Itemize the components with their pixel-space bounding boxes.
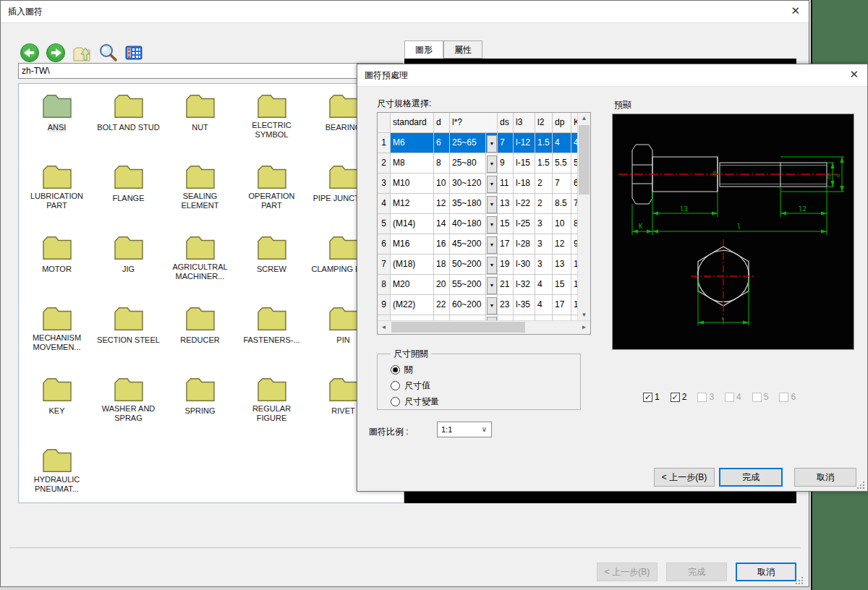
cell-ds[interactable]: 13: [498, 194, 514, 214]
cell-ds[interactable]: 19: [498, 255, 514, 275]
cell-dp[interactable]: 7: [553, 174, 571, 194]
dropdown-button[interactable]: ▼: [487, 236, 497, 254]
tab-attributes[interactable]: 屬性: [443, 40, 482, 59]
cell-l3[interactable]: l-15: [514, 153, 535, 174]
main-titlebar[interactable]: 插入圖符 ✕: [1, 1, 809, 22]
symbol-scale-select[interactable]: 1:1 ∨: [437, 422, 492, 437]
close-icon[interactable]: ✕: [791, 4, 800, 17]
dropdown-button[interactable]: ▼: [487, 135, 497, 153]
dimension-checkbox[interactable]: 3: [697, 392, 714, 402]
cell-d[interactable]: 22: [434, 295, 450, 315]
cell-l3[interactable]: l-28: [514, 234, 535, 255]
table-row[interactable]: 5 (M14) 14 40~180 ▼ 15 l-25 3 10 8: [378, 214, 590, 234]
dropdown-button[interactable]: ▼: [487, 277, 497, 294]
cell-l2[interactable]: 4: [535, 275, 553, 295]
col-header-l2[interactable]: l2: [535, 113, 553, 133]
vscroll-thumb[interactable]: [579, 125, 590, 194]
finish-button[interactable]: 完成: [666, 563, 727, 581]
col-header-dp[interactable]: dp: [553, 113, 571, 133]
cell-d[interactable]: 8: [434, 153, 450, 174]
scroll-left-icon[interactable]: ◄: [378, 321, 390, 333]
col-header-l[interactable]: l*?: [450, 113, 498, 133]
table-row[interactable]: 1 M6 6 25~65 ▼ 7 l-12 1.5 4 4: [378, 133, 590, 153]
views-icon[interactable]: [124, 43, 144, 63]
dropdown-button[interactable]: ▼: [487, 196, 497, 213]
cell-ds[interactable]: 15: [498, 214, 514, 234]
table-vscrollbar[interactable]: ▲ ▼: [577, 113, 590, 321]
cell-l[interactable]: 30~120: [450, 174, 486, 194]
folder-item[interactable]: OPERATION PART: [238, 163, 305, 231]
folder-item[interactable]: SEALING ELEMENT: [166, 163, 234, 231]
tab-graphics[interactable]: 圖形: [404, 40, 443, 59]
cell-standard[interactable]: M10: [391, 174, 434, 194]
folder-item[interactable]: SCREW: [238, 234, 305, 302]
cell-d[interactable]: 12: [434, 194, 450, 214]
table-row[interactable]: 2 M8 8 25~80 ▼ 9 l-15 1.5 5.5 5: [378, 153, 590, 174]
dropdown-button[interactable]: ▼: [487, 216, 497, 234]
cell-l2[interactable]: 3: [535, 255, 553, 275]
cell-l3[interactable]: l-12: [514, 133, 535, 153]
folder-item[interactable]: SECTION STEEL: [95, 305, 162, 373]
cell-dp[interactable]: 13: [553, 255, 571, 275]
cell-l2[interactable]: 1.5: [535, 133, 553, 153]
table-row[interactable]: 8 M20 20 55~200 ▼ 21 l-32 4 15 11: [378, 275, 590, 295]
cell-l[interactable]: 50~200: [450, 255, 486, 275]
table-hscrollbar[interactable]: ◄ ►: [378, 320, 590, 334]
dropdown-button[interactable]: ▼: [487, 176, 497, 193]
scroll-right-icon[interactable]: ►: [578, 321, 590, 333]
dropdown-button[interactable]: ▼: [487, 257, 497, 274]
dimension-checkbox[interactable]: ✓ 2: [671, 392, 687, 402]
close-icon[interactable]: ✕: [849, 68, 859, 81]
cell-l[interactable]: 45~200: [450, 234, 486, 255]
cell-l3[interactable]: l-32: [514, 275, 535, 295]
dimension-checkbox[interactable]: 4: [725, 392, 741, 402]
dropdown-button[interactable]: ▼: [487, 297, 497, 315]
cell-dp[interactable]: 4: [553, 133, 571, 153]
cell-d[interactable]: 6: [434, 133, 450, 153]
radio-dim-off[interactable]: 關: [391, 362, 580, 377]
cell-ds[interactable]: 21: [498, 275, 514, 295]
cell-l2[interactable]: 2: [535, 174, 553, 194]
cell-standard[interactable]: (M22): [391, 295, 434, 315]
back-button[interactable]: < 上一步(B): [597, 563, 658, 581]
scroll-up-icon[interactable]: ▲: [578, 113, 590, 124]
cell-l3[interactable]: l-25: [514, 214, 535, 234]
cell-l[interactable]: 55~200: [450, 275, 486, 295]
dimension-checkbox[interactable]: 6: [779, 392, 796, 402]
cell-d[interactable]: 14: [434, 214, 450, 234]
back-button[interactable]: < 上一步(B): [654, 468, 715, 487]
cell-dp[interactable]: 17: [553, 295, 571, 315]
cell-dp[interactable]: 15: [553, 275, 571, 295]
cell-ds[interactable]: 9: [498, 153, 514, 174]
resize-grip[interactable]: [796, 577, 803, 584]
path-input[interactable]: [18, 63, 403, 79]
col-header-standard[interactable]: standard: [391, 113, 434, 133]
cell-dp[interactable]: 5.5: [553, 153, 571, 174]
cell-standard[interactable]: M20: [391, 275, 434, 295]
folder-item[interactable]: AGRICULTRAL MACHINER...: [166, 234, 234, 302]
dimension-checkbox[interactable]: ✓ 1: [643, 392, 660, 402]
col-header-l3[interactable]: l3: [514, 113, 535, 133]
cell-d[interactable]: 16: [434, 234, 450, 255]
dimension-checkbox[interactable]: 5: [752, 392, 769, 402]
folder-item[interactable]: REDUCER: [166, 305, 234, 373]
cell-l2[interactable]: 2: [535, 194, 553, 214]
folder-item[interactable]: BOLT AND STUD: [95, 93, 162, 161]
folder-item[interactable]: ELECTRIC SYMBOL: [238, 93, 305, 161]
radio-dim-value[interactable]: 尺寸值: [391, 377, 580, 393]
cell-l[interactable]: 60~200: [450, 295, 486, 315]
cell-l[interactable]: 35~180: [450, 194, 486, 214]
cell-standard[interactable]: M8: [391, 153, 434, 174]
folder-item[interactable]: MECHANISM MOVEMEN...: [23, 305, 90, 373]
cell-d[interactable]: 10: [434, 174, 450, 194]
table-row[interactable]: 9 (M22) 22 60~200 ▼ 23 l-35 4 17 12: [378, 295, 590, 315]
cell-l[interactable]: 25~65: [450, 133, 486, 153]
back-icon[interactable]: [20, 43, 40, 63]
folder-item[interactable]: JIG: [95, 234, 162, 302]
cell-l2[interactable]: 3: [535, 214, 553, 234]
cell-l2[interactable]: 1.5: [535, 153, 553, 174]
cell-l3[interactable]: l-30: [514, 255, 535, 275]
cancel-button[interactable]: 取消: [794, 468, 856, 487]
folder-item[interactable]: NUT: [166, 93, 234, 161]
folder-item[interactable]: ANSI: [23, 93, 90, 161]
